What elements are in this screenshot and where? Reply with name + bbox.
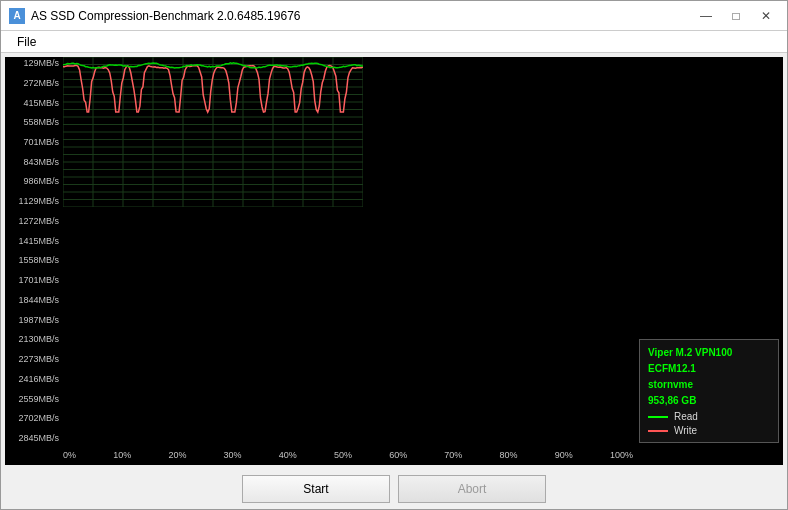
y-label: 2845MB/s	[7, 434, 59, 443]
x-axis: 0%10%20%30%40%50%60%70%80%90%100%	[63, 445, 633, 465]
menu-file[interactable]: File	[9, 33, 44, 51]
y-label: 986MB/s	[7, 177, 59, 186]
x-label: 60%	[389, 450, 407, 460]
x-label: 40%	[279, 450, 297, 460]
maximize-button[interactable]: □	[723, 6, 749, 26]
minimize-button[interactable]: —	[693, 6, 719, 26]
y-label: 1272MB/s	[7, 217, 59, 226]
title-controls: — □ ✕	[693, 6, 779, 26]
legend-write-row: Write	[648, 425, 770, 436]
y-label: 2416MB/s	[7, 375, 59, 384]
y-label: 2559MB/s	[7, 395, 59, 404]
menu-bar: File	[1, 31, 787, 53]
start-button[interactable]: Start	[242, 475, 390, 503]
x-label: 10%	[113, 450, 131, 460]
y-label: 1987MB/s	[7, 316, 59, 325]
y-label: 2273MB/s	[7, 355, 59, 364]
x-label: 0%	[63, 450, 76, 460]
x-label: 20%	[168, 450, 186, 460]
abort-button[interactable]: Abort	[398, 475, 546, 503]
legend-device: Viper M.2 VPN100	[648, 346, 770, 360]
legend-write-label: Write	[674, 425, 697, 436]
x-label: 90%	[555, 450, 573, 460]
x-label: 80%	[500, 450, 518, 460]
y-label: 558MB/s	[7, 118, 59, 127]
y-label: 1415MB/s	[7, 237, 59, 246]
title-bar: A AS SSD Compression-Benchmark 2.0.6485.…	[1, 1, 787, 31]
y-label: 843MB/s	[7, 158, 59, 167]
y-label: 272MB/s	[7, 79, 59, 88]
y-axis: 2845MB/s2702MB/s2559MB/s2416MB/s2273MB/s…	[5, 57, 63, 445]
legend-box: Viper M.2 VPN100 ECFM12.1 stornvme 953,8…	[639, 339, 779, 443]
y-label: 1844MB/s	[7, 296, 59, 305]
legend-size: 953,86 GB	[648, 394, 770, 408]
x-label: 30%	[224, 450, 242, 460]
legend-read-label: Read	[674, 411, 698, 422]
y-label: 415MB/s	[7, 99, 59, 108]
legend-model: ECFM12.1	[648, 362, 770, 376]
title-bar-left: A AS SSD Compression-Benchmark 2.0.6485.…	[9, 8, 300, 24]
read-line-icon	[648, 416, 668, 418]
y-label: 2130MB/s	[7, 335, 59, 344]
y-label: 129MB/s	[7, 59, 59, 68]
chart-canvas	[63, 57, 363, 207]
legend-driver: stornvme	[648, 378, 770, 392]
y-label: 1701MB/s	[7, 276, 59, 285]
y-label: 2702MB/s	[7, 414, 59, 423]
main-window: A AS SSD Compression-Benchmark 2.0.6485.…	[0, 0, 788, 510]
x-label: 70%	[444, 450, 462, 460]
close-button[interactable]: ✕	[753, 6, 779, 26]
app-icon: A	[9, 8, 25, 24]
x-label: 50%	[334, 450, 352, 460]
write-line-icon	[648, 430, 668, 432]
y-label: 701MB/s	[7, 138, 59, 147]
y-label: 1558MB/s	[7, 256, 59, 265]
bottom-bar: Start Abort	[1, 469, 787, 509]
chart-area: 2845MB/s2702MB/s2559MB/s2416MB/s2273MB/s…	[5, 57, 783, 465]
legend-read-row: Read	[648, 411, 770, 422]
window-title: AS SSD Compression-Benchmark 2.0.6485.19…	[31, 9, 300, 23]
x-label: 100%	[610, 450, 633, 460]
y-label: 1129MB/s	[7, 197, 59, 206]
